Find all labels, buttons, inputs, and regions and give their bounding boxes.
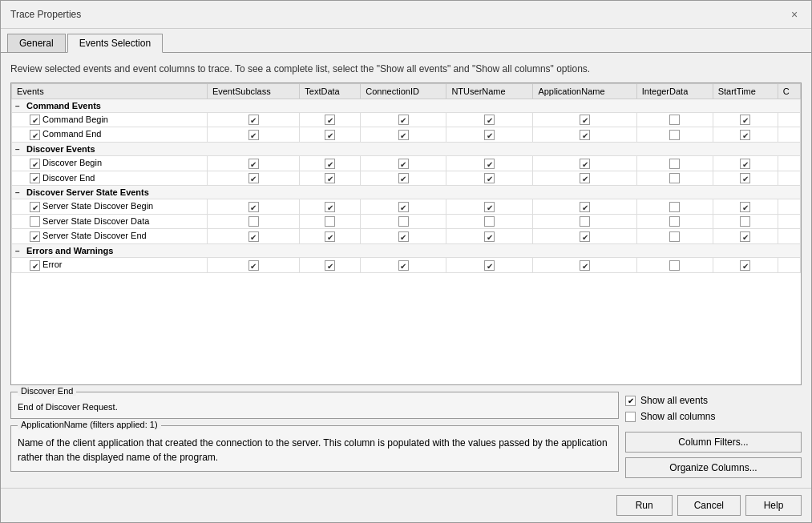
col-checkbox[interactable] (398, 159, 409, 169)
tab-general[interactable]: General (7, 34, 66, 52)
cell-checkbox[interactable] (361, 127, 446, 143)
col-checkbox[interactable] (398, 202, 409, 212)
row-checkbox[interactable] (30, 202, 40, 212)
cell-checkbox[interactable] (446, 112, 533, 127)
cell-checkbox[interactable] (446, 214, 533, 229)
events-table-container[interactable]: Events EventSubclass TextData Connection… (10, 82, 802, 385)
cell-checkbox[interactable] (533, 229, 636, 244)
expand-icon[interactable]: − (15, 247, 23, 255)
cell-checkbox[interactable] (300, 155, 361, 171)
col-checkbox[interactable] (580, 216, 590, 227)
row-checkbox[interactable] (30, 115, 40, 125)
cell-checkbox[interactable] (361, 229, 446, 244)
cell-checkbox[interactable] (361, 112, 446, 127)
col-checkbox[interactable] (484, 173, 495, 183)
col-checkbox[interactable] (248, 216, 259, 227)
cancel-button[interactable]: Cancel (677, 495, 741, 516)
cell-checkbox[interactable] (713, 199, 778, 215)
cell-checkbox[interactable] (778, 229, 800, 244)
column-filters-button[interactable]: Column Filters... (625, 432, 802, 453)
cell-checkbox[interactable] (636, 214, 713, 229)
cell-checkbox[interactable] (636, 155, 713, 171)
cell-checkbox[interactable] (361, 257, 446, 272)
col-checkbox[interactable] (580, 159, 590, 169)
cell-checkbox[interactable] (778, 171, 800, 186)
col-checkbox[interactable] (325, 115, 335, 125)
col-checkbox[interactable] (325, 159, 335, 169)
cell-checkbox[interactable] (207, 229, 299, 244)
cell-checkbox[interactable] (713, 155, 778, 171)
col-checkbox[interactable] (248, 231, 259, 242)
col-checkbox[interactable] (398, 216, 409, 227)
cell-checkbox[interactable] (446, 155, 533, 171)
col-checkbox[interactable] (669, 159, 680, 169)
expand-icon[interactable]: − (15, 102, 23, 111)
cell-checkbox[interactable] (778, 112, 800, 127)
cell-checkbox[interactable] (533, 171, 636, 186)
cell-checkbox[interactable] (533, 199, 636, 215)
tab-events-selection[interactable]: Events Selection (67, 34, 163, 53)
cell-checkbox[interactable] (778, 127, 800, 143)
col-checkbox[interactable] (580, 260, 590, 271)
col-checkbox[interactable] (740, 216, 750, 227)
col-checkbox[interactable] (248, 115, 259, 125)
col-checkbox[interactable] (740, 115, 750, 125)
col-checkbox[interactable] (398, 115, 409, 125)
row-checkbox[interactable] (30, 159, 40, 169)
cell-checkbox[interactable] (207, 171, 299, 186)
col-checkbox[interactable] (580, 130, 590, 140)
col-checkbox[interactable] (484, 231, 495, 242)
col-checkbox[interactable] (325, 202, 335, 212)
show-all-events-row[interactable]: ✔ Show all events (625, 395, 802, 406)
col-checkbox[interactable] (484, 216, 495, 227)
cell-checkbox[interactable] (533, 112, 636, 127)
cell-checkbox[interactable] (778, 155, 800, 171)
cell-checkbox[interactable] (446, 229, 533, 244)
col-checkbox[interactable] (248, 260, 259, 271)
col-checkbox[interactable] (325, 231, 335, 242)
col-checkbox[interactable] (325, 216, 335, 227)
cell-checkbox[interactable] (361, 199, 446, 215)
cell-checkbox[interactable] (636, 112, 713, 127)
cell-checkbox[interactable] (446, 199, 533, 215)
cell-checkbox[interactable] (300, 214, 361, 229)
cell-checkbox[interactable] (713, 229, 778, 244)
col-checkbox[interactable] (740, 260, 750, 271)
cell-checkbox[interactable] (300, 127, 361, 143)
col-checkbox[interactable] (669, 260, 680, 271)
col-checkbox[interactable] (580, 231, 590, 242)
show-all-columns-checkbox[interactable] (625, 412, 636, 422)
help-button[interactable]: Help (745, 495, 802, 516)
cell-checkbox[interactable] (778, 257, 800, 272)
row-checkbox[interactable] (30, 173, 40, 183)
col-checkbox[interactable] (484, 202, 495, 212)
expand-icon[interactable]: − (15, 188, 23, 197)
col-checkbox[interactable] (398, 130, 409, 140)
cell-checkbox[interactable] (207, 257, 299, 272)
cell-checkbox[interactable] (713, 214, 778, 229)
cell-checkbox[interactable] (533, 127, 636, 143)
col-checkbox[interactable] (580, 115, 590, 125)
row-checkbox[interactable] (30, 260, 40, 271)
cell-checkbox[interactable] (778, 214, 800, 229)
cell-checkbox[interactable] (636, 127, 713, 143)
cell-checkbox[interactable] (446, 257, 533, 272)
cell-checkbox[interactable] (300, 199, 361, 215)
cell-checkbox[interactable] (207, 199, 299, 215)
col-checkbox[interactable] (325, 130, 335, 140)
col-checkbox[interactable] (669, 130, 680, 140)
cell-checkbox[interactable] (446, 171, 533, 186)
col-checkbox[interactable] (669, 202, 680, 212)
run-button[interactable]: Run (616, 495, 673, 516)
cell-checkbox[interactable] (300, 112, 361, 127)
col-checkbox[interactable] (248, 173, 259, 183)
col-checkbox[interactable] (484, 130, 495, 140)
cell-checkbox[interactable] (446, 127, 533, 143)
col-checkbox[interactable] (740, 231, 750, 242)
cell-checkbox[interactable] (533, 214, 636, 229)
cell-checkbox[interactable] (300, 257, 361, 272)
show-all-columns-row[interactable]: Show all columns (625, 411, 802, 422)
cell-checkbox[interactable] (207, 214, 299, 229)
col-checkbox[interactable] (669, 216, 680, 227)
organize-columns-button[interactable]: Organize Columns... (625, 457, 802, 478)
